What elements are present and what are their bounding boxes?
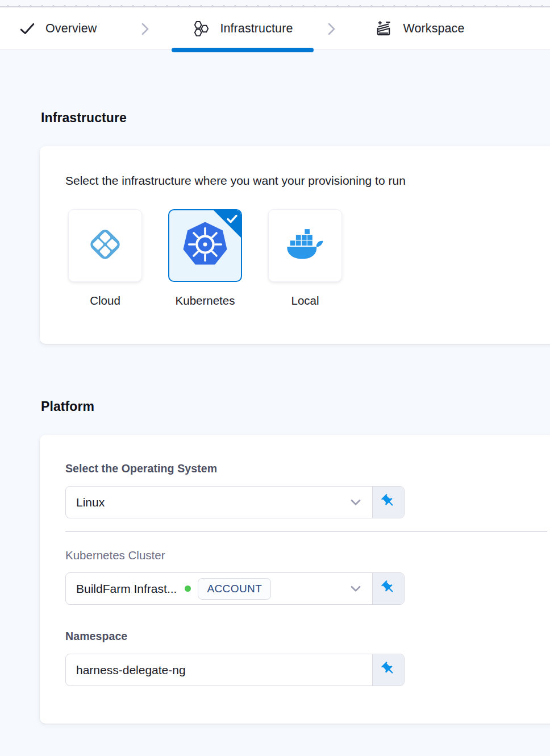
cloud-icon (84, 223, 127, 268)
chevron-right-icon (325, 22, 338, 36)
infrastructure-prompt: Select the infrastructure where you want… (65, 174, 547, 188)
check-icon (19, 20, 36, 38)
workspace-stack-icon (374, 19, 393, 39)
platform-card-divider (65, 531, 547, 532)
option-kubernetes-label: Kubernetes (176, 294, 235, 308)
docker-whale-icon (284, 225, 326, 266)
namespace-field (65, 654, 405, 686)
infrastructure-page: Infrastructure Select the infrastructure… (0, 50, 550, 724)
option-local[interactable] (268, 209, 342, 282)
cluster-select-control[interactable]: BuildFarm Infrast... ACCOUNT (66, 573, 372, 604)
option-kubernetes[interactable] (168, 209, 242, 282)
selected-check-icon (226, 214, 238, 227)
platform-card: Select the Operating System Linux (40, 435, 550, 724)
pushpin-icon (381, 493, 396, 511)
platform-section-title: Platform (41, 399, 550, 414)
step-workspace-label: Workspace (403, 22, 464, 36)
cluster-select-value: BuildFarm Infrast... (76, 582, 177, 596)
os-select-value: Linux (76, 496, 105, 509)
step-infrastructure-label: Infrastructure (220, 22, 293, 36)
kubernetes-icon (180, 220, 230, 271)
step-workspace[interactable]: Workspace (374, 7, 464, 50)
option-cloud-label: Cloud (90, 294, 120, 308)
cluster-select: BuildFarm Infrast... ACCOUNT (65, 572, 405, 605)
chevron-down-icon[interactable] (348, 495, 365, 510)
step-infrastructure[interactable]: Infrastructure (172, 7, 314, 50)
namespace-field-label: Namespace (65, 630, 547, 643)
infrastructure-options: Cloud (68, 209, 547, 308)
dotted-top-strip (0, 0, 550, 7)
infrastructure-section-title: Infrastructure (41, 50, 550, 126)
option-cloud[interactable] (68, 209, 142, 282)
wizard-step-nav: Overview Infrastructure (0, 7, 550, 50)
step-overview[interactable]: Overview (19, 7, 97, 50)
chevron-down-icon[interactable] (348, 581, 365, 596)
cluster-pin-button[interactable] (372, 573, 404, 604)
scope-badge: ACCOUNT (198, 578, 271, 600)
os-select-control[interactable]: Linux (66, 487, 372, 518)
connector-status-dot (185, 585, 191, 592)
os-field-label: Select the Operating System (65, 462, 547, 475)
step-overview-label: Overview (45, 22, 97, 36)
chevron-right-icon (139, 22, 151, 36)
namespace-pin-button[interactable] (372, 654, 404, 686)
pushpin-icon (381, 580, 396, 597)
pushpin-icon (381, 661, 396, 679)
os-select: Linux (65, 486, 405, 518)
infrastructure-card: Select the infrastructure where you want… (40, 146, 550, 344)
namespace-input[interactable] (76, 663, 365, 677)
hexagons-icon (193, 20, 210, 38)
option-local-label: Local (291, 294, 319, 308)
os-pin-button[interactable] (372, 487, 404, 518)
cluster-field-label: Kubernetes Cluster (65, 549, 547, 562)
